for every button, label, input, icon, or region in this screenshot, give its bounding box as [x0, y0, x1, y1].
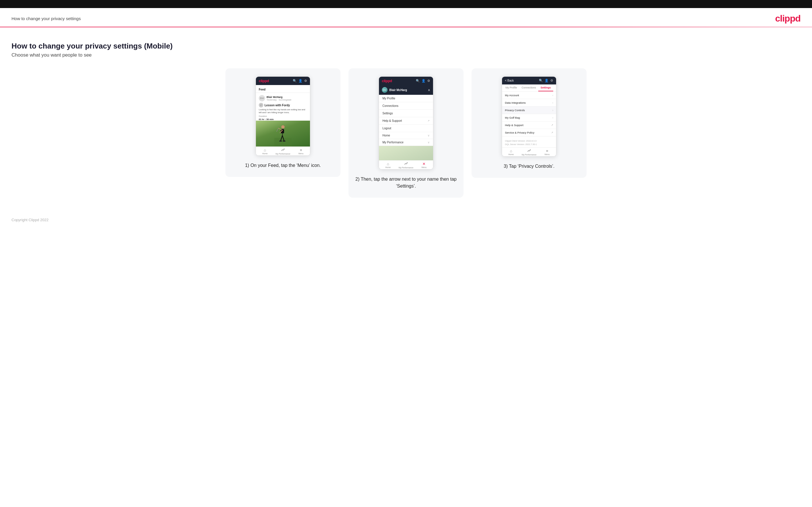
user-icon: 👤	[299, 79, 303, 83]
menu-home-label: Home	[385, 166, 391, 168]
tab-connections[interactable]: Connections	[519, 84, 538, 91]
lesson-avatar: F	[259, 103, 263, 107]
menu-logo: clippd	[382, 79, 392, 83]
svg-point-10	[283, 140, 286, 142]
settings-item-helpsupport[interactable]: Help & Support ↗	[502, 121, 556, 129]
header: How to change your privacy settings clip…	[0, 8, 812, 27]
feed-desc: Looking to feel like my hands are exitin…	[259, 108, 307, 114]
menu-section-performance: My Performance ∨	[379, 139, 433, 146]
step-3-caption: 3) Tap ‘Privacy Controls’.	[504, 163, 555, 170]
bg-golfer-partial	[379, 146, 433, 160]
menu-perf-label: My Performance	[399, 167, 413, 169]
step-card-3: < Back 🔍 👤 ⚙ My Profile Connections Sett…	[471, 68, 587, 178]
help-ext-icon: ↗	[427, 119, 429, 122]
home-label: Home	[262, 153, 268, 155]
menu-phone-nav: clippd 🔍 👤 ⚙	[379, 77, 433, 85]
settings-header: < Back 🔍 👤 ⚙	[502, 77, 556, 84]
bottom-home: ⌂ Home	[256, 148, 274, 155]
settings-version: Clippd Client Version: 2022.8.3-3 GQL Se…	[502, 136, 556, 147]
feed-tab-bar: Feed	[256, 85, 310, 93]
menu-settings-icon: ⚙	[427, 79, 430, 83]
settings-item-mygolfbag[interactable]: My Golf Bag ›	[502, 114, 556, 121]
settings-user-icon: 👤	[545, 79, 549, 82]
menu-nav-icons: 🔍 👤 ⚙	[416, 79, 430, 83]
step-card-1: clippd 🔍 👤 ⚙ Feed BM Blair	[225, 68, 341, 177]
svg-line-6	[276, 128, 278, 131]
settings-item-myaccount[interactable]: My Account ›	[502, 92, 556, 99]
settings-item-privacycontrols[interactable]: Privacy Controls ›	[502, 107, 556, 114]
settings-bottom-performance: My Performance	[520, 149, 538, 156]
top-bar	[0, 0, 812, 8]
tab-myprofile[interactable]: My Profile	[503, 84, 519, 91]
feed-user-sub: Yesterday · Sunningdale	[266, 99, 291, 101]
menu-icon: ≡	[300, 148, 302, 152]
feed-bottom-nav: ⌂ Home My Performance ≡ Menu	[256, 147, 310, 155]
menu-bottom-home: ⌂ Home	[379, 162, 397, 169]
feed-logo: clippd	[259, 79, 269, 83]
menu-user-info: BM Blair McHarg	[382, 87, 407, 93]
performance-label: My Performance	[275, 153, 290, 155]
menu-bottom-performance: My Performance	[397, 162, 415, 169]
feed-lesson-title: F Lesson with Fordy	[259, 103, 307, 107]
feed-tab-label: Feed	[259, 88, 265, 91]
menu-item-settings: Settings	[379, 110, 433, 117]
phone-screen-3: < Back 🔍 👤 ⚙ My Profile Connections Sett…	[502, 76, 556, 157]
feed-user-name: Blair McHarg	[266, 96, 291, 99]
steps-row: clippd 🔍 👤 ⚙ Feed BM Blair	[11, 68, 801, 198]
menu-item-myprofile: My Profile	[379, 95, 433, 102]
feed-image	[256, 121, 310, 147]
settings-menu-icon: ≡	[546, 149, 548, 153]
menu-item-helpsupport: Help & Support ↗	[379, 117, 433, 125]
feed-duration-value: 01 hr : 30 min	[259, 118, 307, 121]
settings-gear-icon: ⚙	[550, 79, 553, 82]
menu-item-logout: Logout	[379, 125, 433, 132]
settings-bottom-home: ⌂ Home	[502, 149, 520, 156]
dataintegrations-chevron: ›	[552, 101, 553, 104]
menu-overlay: My Profile Connections Settings Help & S…	[379, 95, 433, 146]
tab-settings[interactable]: Settings	[538, 84, 553, 91]
menu-label: Menu	[299, 153, 304, 155]
step-card-2: clippd 🔍 👤 ⚙ BM Blair McHarg ∧	[349, 68, 463, 198]
helpsupport-ext-icon: ↗	[551, 124, 553, 126]
phone-screen-1: clippd 🔍 👤 ⚙ Feed BM Blair	[256, 76, 310, 156]
step-2-caption: 2) Then, tap the arrow next to your name…	[355, 176, 457, 189]
menu-item-connections: Connections	[379, 102, 433, 110]
settings-icon: ⚙	[304, 79, 307, 83]
settings-tabs: My Profile Connections Settings	[502, 84, 556, 92]
phone-screen-2: clippd 🔍 👤 ⚙ BM Blair McHarg ∧	[379, 76, 433, 169]
close-icon: ✕	[422, 162, 425, 166]
home-icon: ⌂	[264, 148, 266, 152]
header-title: How to change your privacy settings	[11, 16, 81, 21]
menu-section-home: Home ∨	[379, 132, 433, 139]
myaccount-chevron: ›	[552, 94, 553, 97]
privacycontrols-chevron: ›	[552, 109, 553, 112]
bottom-performance: My Performance	[274, 148, 292, 155]
step-1-caption: 1) On your Feed, tap the ‘Menu’ icon.	[245, 162, 321, 169]
feed-item: BM Blair McHarg Yesterday · Sunningdale …	[256, 93, 310, 121]
settings-item-dataintegrations[interactable]: Data Integrations ›	[502, 99, 556, 107]
svg-point-9	[279, 140, 282, 142]
menu-close-label: Menu	[421, 166, 427, 168]
performance-icon	[281, 148, 285, 153]
menu-home-icon: ⌂	[387, 162, 389, 166]
footer: Copyright Clippd 2022	[0, 209, 812, 227]
mygolfbag-chevron: ›	[552, 116, 553, 119]
bottom-menu: ≡ Menu	[292, 148, 310, 155]
back-button[interactable]: < Back	[505, 79, 514, 82]
settings-item-privacy-policy[interactable]: Service & Privacy Policy ↗	[502, 129, 556, 136]
settings-bottom-menu: ≡ Menu	[538, 149, 556, 156]
feed-avatar: BM	[259, 95, 265, 101]
svg-point-1	[281, 125, 285, 129]
settings-home-label: Home	[508, 153, 514, 155]
header-divider	[0, 27, 812, 27]
feed-user-info: Blair McHarg Yesterday · Sunningdale	[266, 96, 291, 101]
settings-home-icon: ⌂	[510, 149, 512, 153]
settings-bottom-nav: ⌂ Home My Performance ≡ Menu	[502, 147, 556, 156]
menu-perf-icon	[404, 162, 408, 166]
menu-bottom-close: ✕ Menu	[415, 162, 433, 169]
menu-search-icon: 🔍	[416, 79, 420, 83]
logo: clippd	[775, 13, 801, 24]
menu-bottom-nav: ⌂ Home My Performance ✕ Menu	[379, 160, 433, 169]
settings-menu-label: Menu	[545, 153, 550, 155]
settings-nav-icons: 🔍 👤 ⚙	[539, 79, 553, 82]
